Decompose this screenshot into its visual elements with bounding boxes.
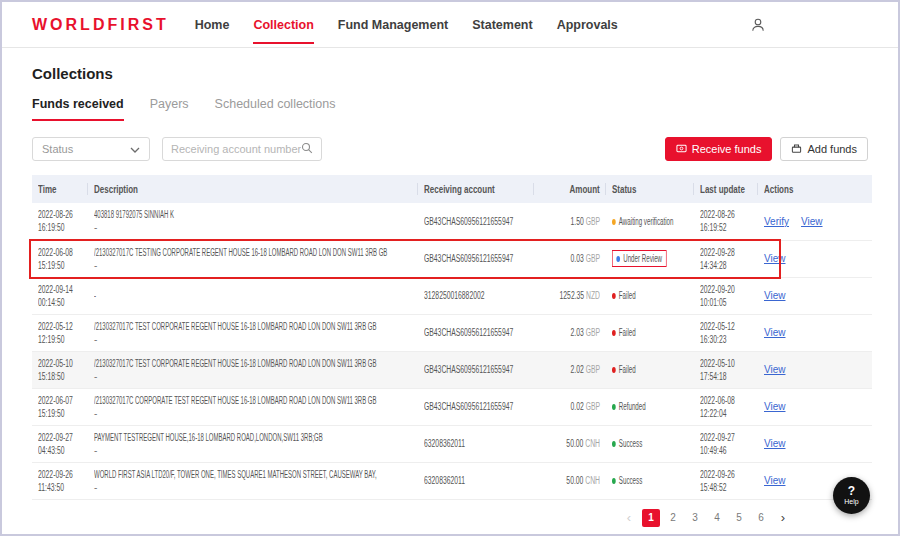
cell-description: /2130327017C TESTING CORPORATE REGENT HO… [88,240,418,277]
page-4[interactable]: 4 [708,509,726,527]
cell-actions: VerifyView [758,203,872,240]
tab-funds-received[interactable]: Funds received [32,97,124,121]
table-row: 2022-08-2616:19:50403818 91792075 SINNIA… [32,203,872,240]
cell-description: PAYMENT TESTREGENT HOUSE,16-18 LOMBARD R… [88,425,418,462]
pager-row: ‹123456› [32,509,868,527]
cell-last-update: 2022-06-0812:22:04 [694,388,758,425]
cell-description: WORLD FIRST ASIA LTD20/F, TOWER ONE, TIM… [88,462,418,499]
page-3[interactable]: 3 [686,509,704,527]
cell-actions: View [758,388,872,425]
status-dot [612,330,616,336]
nav-item-approvals[interactable]: Approvals [557,2,618,47]
status-badge: Success [612,438,642,449]
receive-funds-button[interactable]: Receive funds [665,137,773,161]
cell-amount: 50.00 CNH [534,425,606,462]
status-badge: Failed [612,364,636,375]
column-header-actions: Actions [758,175,872,203]
tab-scheduled-collections[interactable]: Scheduled collections [215,97,336,121]
cell-time: 2022-05-1015:18:50 [32,351,88,388]
cell-actions: View [758,425,872,462]
nav-item-home[interactable]: Home [195,2,230,47]
cell-description: /2130327017C CORPORATE TEST REGENT HOUSE… [88,388,418,425]
table-body: 2022-08-2616:19:50403818 91792075 SINNIA… [32,203,872,499]
cell-status: Failed [606,277,694,314]
status-badge: Success [612,475,642,486]
cell-receiving-account: GB43CHAS60956121655947 [418,203,534,240]
cell-last-update: 2022-05-1216:30:23 [694,314,758,351]
status-dot [612,219,616,225]
cell-time: 2022-05-1212:19:50 [32,314,88,351]
app-window: WORLDFIRST HomeCollectionFund Management… [0,0,900,536]
nav-item-fund-management[interactable]: Fund Management [338,2,448,47]
user-icon[interactable] [750,17,766,33]
cell-receiving-account: GB43CHAS60956121655947 [418,388,534,425]
verify-link[interactable]: Verify [764,216,789,227]
cell-time: 2022-06-0815:19:50 [32,240,88,277]
page-6[interactable]: 6 [752,509,770,527]
cell-description: - [88,277,418,314]
cell-time: 2022-09-2704:43:50 [32,425,88,462]
view-link[interactable]: View [764,438,786,449]
cell-amount: 50.00 CNH [534,462,606,499]
help-button[interactable]: ? Help [833,477,870,514]
page-1[interactable]: 1 [642,509,660,527]
table-row: 2022-06-0815:19:50/2130327017C TESTING C… [32,240,872,277]
help-label: Help [844,497,858,506]
search-input[interactable] [171,143,301,155]
cell-receiving-account: GB43CHAS60956121655947 [418,351,534,388]
view-link[interactable]: View [764,364,786,375]
page-5[interactable]: 5 [730,509,748,527]
tab-payers[interactable]: Payers [150,97,189,121]
view-link[interactable]: View [764,401,786,412]
view-link[interactable]: View [764,327,786,338]
cell-amount: 1.50 GBP [534,203,606,240]
main-content: Collections Funds receivedPayersSchedule… [2,65,898,527]
funds-table: TimeDescriptionReceiving accountAmountSt… [32,175,868,500]
table-row: 2022-09-1400:14:50-31282500168820021252.… [32,277,872,314]
cell-amount: 0.03 GBP [534,240,606,277]
status-dot [612,441,616,447]
status-filter[interactable]: Status [32,137,150,161]
cell-actions: View [758,240,872,277]
status-dot [616,256,620,262]
cell-status: Success [606,425,694,462]
page-2[interactable]: 2 [664,509,682,527]
brand-logo: WORLDFIRST [32,16,169,34]
nav-item-collection[interactable]: Collection [253,2,313,47]
cell-status: Failed [606,351,694,388]
view-link[interactable]: View [764,253,786,264]
cell-last-update: 2022-09-2814:34:28 [694,240,758,277]
cell-actions: View [758,314,872,351]
cell-time: 2022-06-0715:19:50 [32,388,88,425]
view-link[interactable]: View [764,475,786,486]
column-header-receiving-account: Receiving account [418,175,534,203]
column-header-status: Status [606,175,694,203]
nav-item-statement[interactable]: Statement [472,2,532,47]
next-page-icon[interactable]: › [774,509,792,527]
column-header-time: Time [32,175,88,203]
cell-amount: 2.03 GBP [534,314,606,351]
cell-time: 2022-09-1400:14:50 [32,277,88,314]
table-row: 2022-05-1015:18:50/2130327017C TEST CORP… [32,351,872,388]
cell-status: Awaiting verification [606,203,694,240]
cell-receiving-account: GB43CHAS60956121655947 [418,240,534,277]
cell-last-update: 2022-05-1017:54:18 [694,351,758,388]
search-icon[interactable] [301,140,313,158]
cell-receiving-account: 63208362011 [418,425,534,462]
cell-last-update: 2022-09-2710:49:46 [694,425,758,462]
status-dot [612,367,616,373]
column-header-description: Description [88,175,418,203]
view-link[interactable]: View [801,216,823,227]
cell-actions: View [758,277,872,314]
table-row: 2022-06-0715:19:50/2130327017C CORPORATE… [32,388,872,425]
status-dot [612,404,616,410]
add-funds-button[interactable]: Add funds [780,137,868,161]
help-question-icon: ? [848,486,855,497]
top-nav: WORLDFIRST HomeCollectionFund Management… [2,2,898,48]
status-badge: Failed [612,290,636,301]
prev-page-icon[interactable]: ‹ [620,509,638,527]
add-funds-icon [791,143,802,156]
search-box[interactable] [162,137,322,161]
filter-row: Status Receive funds [32,137,868,161]
view-link[interactable]: View [764,290,786,301]
